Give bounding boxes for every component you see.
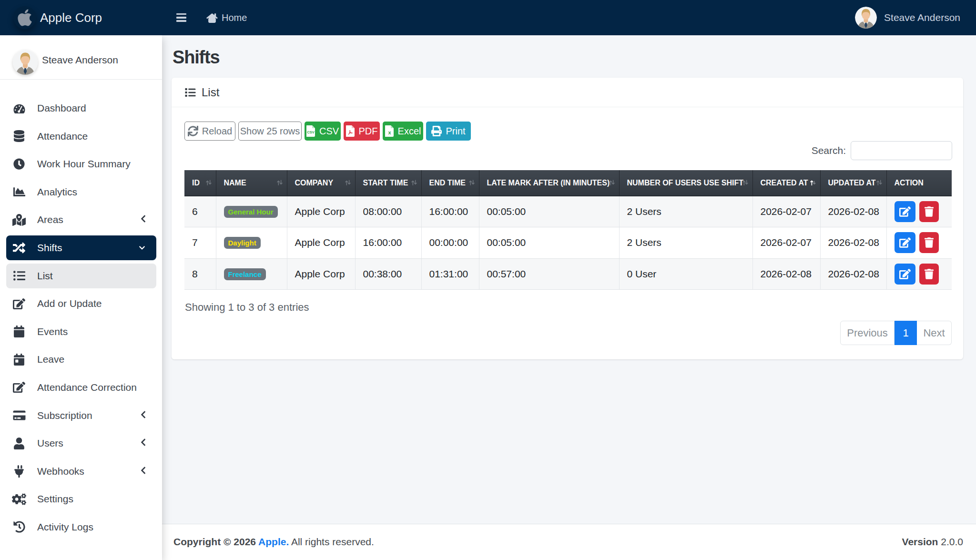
svg-text:CSV: CSV (307, 130, 314, 134)
svg-text:x: x (388, 130, 391, 135)
